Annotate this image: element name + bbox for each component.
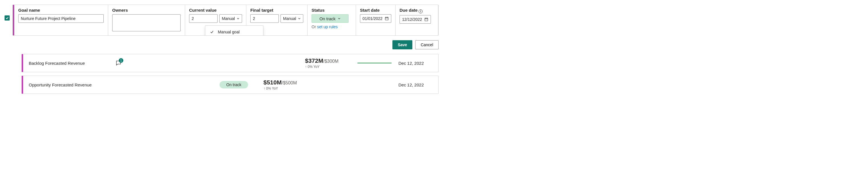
subgoal-name: Backlog Forecasted Revenue: [29, 61, 108, 66]
current-value-label: Current value: [189, 8, 242, 12]
current-value-mode-text: Manual: [222, 15, 235, 23]
chevron-down-icon: [237, 17, 240, 20]
set-up-rules-link[interactable]: set up rules: [317, 25, 337, 29]
metric-value: $372M: [305, 57, 323, 64]
subgoal-status: On track: [211, 81, 256, 88]
final-target-mode-select[interactable]: Manual: [280, 14, 303, 23]
menu-item-manual-goal[interactable]: Manual goal: [205, 27, 263, 36]
metric-yoy: ↑ 0% YoY: [305, 65, 350, 69]
sparkline: [316, 84, 350, 85]
chevron-down-icon: [298, 17, 301, 20]
subgoal-metric: $372M/$300M ↑ 0% YoY: [305, 57, 350, 69]
subgoal-row[interactable]: Opportunity Forecasted Revenue On track …: [22, 76, 439, 94]
current-value-input[interactable]: 2: [189, 14, 218, 23]
start-date-value: 01/01/2022: [363, 15, 382, 23]
subgoal-row[interactable]: Backlog Forecasted Revenue 1 $372M/$300M…: [22, 54, 439, 72]
status-select[interactable]: On track: [312, 14, 348, 23]
svg-rect-4: [425, 18, 428, 21]
save-button[interactable]: Save: [393, 40, 413, 49]
comments-button[interactable]: 1: [115, 60, 122, 66]
metric-target: /$300M: [323, 59, 338, 63]
subgoal-due-date: Dec 12, 2022: [398, 61, 433, 66]
calendar-icon: [424, 18, 428, 21]
subgoal-name: Opportunity Forecasted Revenue: [29, 82, 108, 87]
status-rules-line: Or set up rules: [312, 25, 352, 29]
owners-label: Owners: [112, 8, 181, 12]
cancel-button[interactable]: Cancel: [415, 40, 439, 49]
status-value: On track: [319, 16, 336, 21]
calendar-icon: [385, 17, 389, 21]
check-icon: [5, 16, 9, 20]
or-text: Or: [312, 25, 317, 29]
metric-yoy: ↑ 0% YoY: [264, 86, 309, 91]
goal-edit-card: Goal name Nurture Future Project Pipelin…: [12, 5, 439, 36]
current-value-mode-menu: Manual goal Use subgoals Connect to data…: [205, 25, 264, 36]
due-date-input[interactable]: 12/12/2022: [400, 15, 431, 24]
subgoal-metric: $510M/$500M ↑ 0% YoY: [264, 79, 309, 91]
svg-rect-0: [385, 18, 389, 20]
chevron-down-icon: [338, 17, 341, 20]
metric-target: /$500M: [282, 80, 297, 85]
owners-input[interactable]: [112, 14, 181, 31]
comments-count-badge: 1: [119, 58, 123, 63]
metric-value: $510M: [264, 79, 282, 85]
row-select-checkbox[interactable]: [5, 16, 10, 21]
subgoal-due-date: Dec 12, 2022: [398, 82, 433, 87]
current-value-mode-select[interactable]: Manual: [219, 14, 242, 23]
menu-item-label: Manual goal: [218, 30, 240, 34]
due-date-value: 12/12/2022: [402, 16, 422, 23]
start-date-label: Start date: [360, 8, 391, 12]
goal-name-input[interactable]: Nurture Future Project Pipeline: [18, 14, 104, 23]
final-target-label: Final target: [250, 8, 303, 12]
final-target-mode-text: Manual: [283, 15, 296, 23]
final-target-input[interactable]: 2: [250, 14, 279, 23]
check-icon: [210, 30, 214, 34]
status-pill: On track: [220, 81, 248, 88]
start-date-input[interactable]: 01/01/2022: [360, 14, 391, 23]
sparkline: [358, 63, 392, 63]
info-icon: i: [418, 9, 423, 14]
status-label: Status: [312, 8, 352, 12]
goal-name-label: Goal name: [18, 8, 104, 12]
due-date-label: Due datei: [400, 8, 434, 14]
